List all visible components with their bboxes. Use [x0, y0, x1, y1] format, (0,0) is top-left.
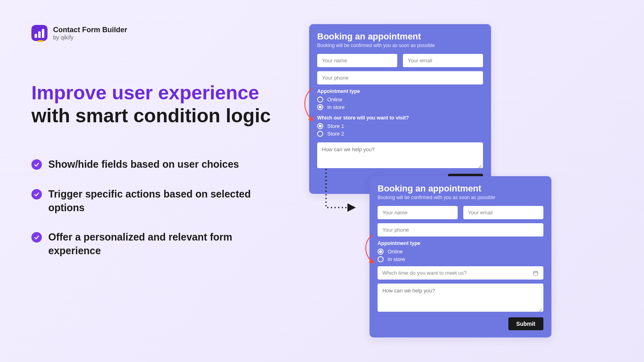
calendar-icon[interactable] — [533, 270, 539, 276]
help-textarea[interactable] — [317, 142, 483, 168]
radio-option-store1[interactable]: Store 1 — [317, 123, 483, 129]
phone-input[interactable] — [378, 223, 543, 237]
help-textarea[interactable] — [378, 284, 543, 312]
meeting-time-input[interactable] — [378, 266, 543, 280]
radio-icon — [317, 123, 323, 129]
card-subtitle: Booking will be confirmed with you as so… — [378, 195, 543, 200]
headline-line-1: Improve user experience — [31, 82, 281, 104]
brand-logo-icon — [31, 25, 47, 41]
card-subtitle: Booking will be confirmed with you as so… — [317, 43, 483, 48]
brand-header: Contact Form Builder by qikify — [31, 25, 127, 41]
radio-label: In store — [388, 256, 405, 262]
radio-option-online[interactable]: Online — [378, 249, 543, 255]
feature-bullet: Trigger specific actions based on select… — [31, 187, 273, 215]
check-icon — [31, 232, 42, 243]
resize-grip-icon[interactable] — [477, 164, 481, 168]
resize-grip-icon[interactable] — [538, 308, 542, 312]
headline-line-2: with smart condition logic — [31, 105, 281, 127]
check-icon — [31, 159, 42, 170]
radio-icon — [378, 249, 384, 255]
card-title: Booking an appointment — [317, 31, 483, 42]
radio-label: Online — [327, 97, 343, 103]
svg-rect-0 — [534, 271, 538, 275]
brand-subtitle: by qikify — [53, 34, 127, 41]
brand-title: Contact Form Builder — [53, 26, 127, 34]
check-icon — [31, 189, 42, 200]
feature-bullet: Offer a personalized and relevant form e… — [31, 230, 273, 258]
radio-icon — [317, 97, 323, 103]
email-input[interactable] — [463, 206, 543, 219]
feature-bullet-text: Show/hide fields based on user choices — [48, 158, 239, 171]
radio-option-instore[interactable]: In store — [317, 104, 483, 110]
phone-input[interactable] — [317, 71, 483, 84]
feature-bullet-text: Offer a personalized and relevant form e… — [48, 230, 273, 258]
radio-option-store2[interactable]: Store 2 — [317, 131, 483, 137]
radio-option-instore[interactable]: In store — [378, 256, 543, 262]
headline: Improve user experience with smart condi… — [31, 82, 281, 127]
radio-icon — [378, 256, 384, 262]
feature-bullet-list: Show/hide fields based on user choices T… — [31, 158, 273, 274]
radio-label: In store — [327, 104, 345, 110]
store-choice-label: Which our store will you want to visit? — [317, 115, 483, 121]
name-input[interactable] — [378, 206, 458, 219]
form-card-online: Booking an appointment Booking will be c… — [369, 176, 551, 337]
card-title: Booking an appointment — [378, 183, 543, 194]
radio-label: Store 2 — [327, 131, 344, 137]
radio-option-online[interactable]: Online — [317, 97, 483, 103]
radio-icon — [317, 104, 323, 110]
feature-bullet: Show/hide fields based on user choices — [31, 158, 273, 171]
appointment-type-label: Appointment type — [317, 88, 483, 94]
form-card-instore: Booking an appointment Booking will be c… — [309, 24, 491, 194]
radio-icon — [317, 131, 323, 137]
name-input[interactable] — [317, 54, 397, 67]
feature-bullet-text: Trigger specific actions based on select… — [48, 187, 273, 215]
radio-label: Online — [388, 249, 403, 255]
radio-label: Store 1 — [327, 123, 344, 129]
email-input[interactable] — [403, 54, 483, 67]
appointment-type-label: Appointment type — [378, 241, 543, 246]
submit-button[interactable]: Submit — [508, 317, 543, 330]
